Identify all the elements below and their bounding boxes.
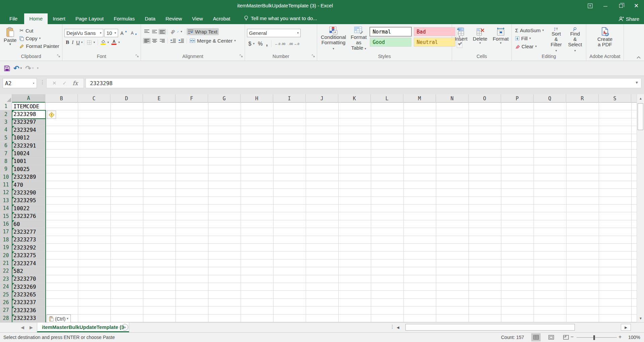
tab-formulas[interactable]: Formulas [109,13,140,24]
error-checking-button[interactable] [47,111,56,119]
row-header-23[interactable]: 23 [0,275,12,283]
close-button[interactable]: ✕ [629,0,644,11]
cell-A12[interactable]: 2323290 [12,189,45,196]
row-header-10[interactable]: 10 [0,173,12,181]
column-header-S[interactable]: S [599,94,631,103]
cell-A20[interactable]: 2323275 [12,251,45,259]
page-break-preview-button[interactable] [561,333,571,341]
align-middle-button[interactable] [151,29,158,35]
orientation-button[interactable]: ab → ▾ [169,29,184,35]
column-header-N[interactable]: N [436,94,468,103]
empty-cells[interactable] [45,315,637,322]
column-header-J[interactable]: J [306,94,338,103]
row-header-13[interactable]: 13 [0,197,12,205]
cancel-entry-icon[interactable]: ✕ [52,80,57,86]
wrap-text-button[interactable]: Wrap Text [187,28,219,35]
customize-qat-icon[interactable]: ▾ [37,67,39,70]
cell-A26[interactable]: 2323237 [12,299,45,306]
empty-cells[interactable] [45,189,637,196]
column-header-I[interactable]: I [273,94,306,103]
empty-cells[interactable] [45,134,637,142]
align-right-button[interactable] [158,38,166,44]
cell-A19[interactable]: 2323292 [12,244,45,251]
bold-button[interactable]: B [64,39,70,46]
expand-formula-bar-icon[interactable]: ▼ [635,80,639,84]
borders-button[interactable]: ▾ [86,40,96,46]
align-bottom-button[interactable] [158,29,166,35]
empty-cells[interactable] [45,142,637,150]
cell-A11[interactable]: 470 [12,181,45,189]
underline-button[interactable]: U [75,39,81,46]
empty-cells[interactable] [45,126,637,134]
vertical-scroll-thumb[interactable] [638,103,643,130]
save-button[interactable] [4,65,10,71]
empty-cells[interactable] [45,244,637,251]
decrease-indent-button[interactable] [169,38,177,44]
collapse-ribbon-icon[interactable] [637,56,641,59]
formula-input[interactable]: 2323298 [86,78,641,88]
row-header-5[interactable]: 5 [0,134,12,142]
cell-A3[interactable]: 2323297 [12,118,45,126]
column-header-C[interactable]: C [78,94,110,103]
paste-button[interactable]: Paste ▼ [2,26,18,54]
empty-cells[interactable] [45,299,637,306]
column-header-D[interactable]: D [110,94,143,103]
fill-button[interactable]: Fill▾ [514,35,546,42]
format-as-table-button[interactable]: Format asTable ▾ [349,25,368,54]
row-header-18[interactable]: 18 [0,236,12,244]
zoom-in-icon[interactable]: + [618,334,622,340]
column-header-H[interactable]: H [241,94,273,103]
scroll-left-icon[interactable]: ◀ [397,326,399,329]
font-name-select[interactable]: DejaVu Sans▾ [64,29,103,37]
row-header-15[interactable]: 15 [0,212,12,220]
alignment-dialog-launcher[interactable] [240,54,243,58]
empty-cells[interactable] [45,260,637,267]
horizontal-scroll-thumb[interactable] [405,324,575,331]
empty-cells[interactable] [45,205,637,212]
row-header-1[interactable]: 1 [0,103,12,110]
number-dialog-launcher[interactable] [312,54,315,58]
cell-A9[interactable]: 10025 [12,165,45,173]
conditional-formatting-button[interactable]: ≠ ConditionalFormatting ▾ [319,25,348,54]
empty-cells[interactable] [45,275,637,283]
row-header-22[interactable]: 22 [0,267,12,275]
italic-button[interactable]: I [70,39,75,46]
cell-style-neutral[interactable]: Neutral [414,38,455,47]
empty-cells[interactable] [45,118,637,126]
cell-A28[interactable]: 2323233 [12,315,45,322]
empty-cells[interactable] [45,158,637,165]
empty-cells[interactable] [45,220,637,228]
increase-indent-button[interactable] [177,38,185,44]
cell-A6[interactable]: 2323291 [12,142,45,150]
empty-cells[interactable] [45,291,637,298]
confirm-entry-icon[interactable]: ✓ [62,80,67,86]
row-header-28[interactable]: 28 [0,315,12,322]
row-header-7[interactable]: 7 [0,150,12,157]
row-header-6[interactable]: 6 [0,142,12,150]
column-header-R[interactable]: R [566,94,599,103]
align-top-button[interactable] [143,29,151,35]
font-color-button[interactable]: A ▾ [110,39,121,46]
column-header-L[interactable]: L [371,94,403,103]
row-header-19[interactable]: 19 [0,244,12,251]
column-header-B[interactable]: B [45,94,78,103]
empty-cells[interactable] [45,306,637,314]
increase-decimal-button[interactable]: ←.0 .00 [274,42,287,46]
find-select-button[interactable]: Find &Select ▾ [566,26,584,54]
format-painter-button[interactable]: Format Painter [18,43,60,50]
cell-style-normal[interactable]: Normal [370,27,411,36]
zoom-out-icon[interactable]: − [571,334,574,340]
number-format-select[interactable]: General▾ [247,29,301,37]
cell-A4[interactable]: 2323294 [12,126,45,134]
row-header-4[interactable]: 4 [0,126,12,134]
cell-A16[interactable]: 60 [12,220,45,228]
tab-acrobat[interactable]: Acrobat [208,13,236,24]
column-header-A[interactable]: A [12,94,45,103]
zoom-slider-thumb[interactable] [593,335,595,340]
row-header-8[interactable]: 8 [0,158,12,165]
row-header-12[interactable]: 12 [0,189,12,196]
tab-data[interactable]: Data [140,13,160,24]
column-header-M[interactable]: M [403,94,436,103]
row-header-11[interactable]: 11 [0,181,12,189]
empty-cells[interactable] [45,267,637,275]
